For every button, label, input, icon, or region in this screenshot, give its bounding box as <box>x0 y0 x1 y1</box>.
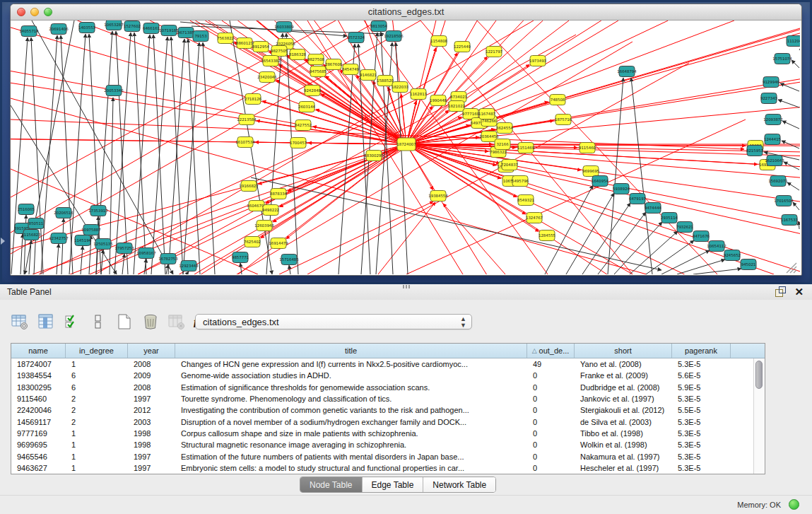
selected-node-1875716[interactable]: 1875716 <box>555 115 572 125</box>
node-2516065[interactable]: 2516065 <box>18 204 35 215</box>
node-9857771[interactable]: 9857771 <box>232 252 249 263</box>
selected-node-1973493[interactable]: 1973493 <box>529 56 546 66</box>
selected-node-9115460[interactable]: 9115460 <box>579 143 596 153</box>
node-17957253[interactable]: 17957253 <box>114 243 134 254</box>
node-15751074[interactable]: 15751074 <box>772 54 792 64</box>
node-20691406[interactable]: 20691406 <box>49 24 69 35</box>
node-8215953[interactable]: 8215953 <box>746 146 763 156</box>
node-9245652[interactable]: 9245652 <box>724 250 741 261</box>
column-header-in_degree[interactable]: in_degree <box>66 344 128 358</box>
table-row[interactable]: 977716911998Corpus callosum shape and si… <box>11 428 765 439</box>
selected-node-1154808[interactable]: 1154808 <box>430 36 448 47</box>
table-row[interactable]: 1938455462009Genome-wide association stu… <box>11 370 765 381</box>
column-header-out_de[interactable]: △out_de... <box>527 344 575 358</box>
node-9227343[interactable]: 9227343 <box>760 93 777 104</box>
node-850511[interactable]: 850511 <box>28 218 44 229</box>
edge[interactable] <box>122 254 124 274</box>
selected-node-1167487[interactable]: 1167487 <box>478 109 495 119</box>
column-header-pagerank[interactable]: pagerank <box>672 344 731 358</box>
selected-node-1324767[interactable]: 1324767 <box>526 213 543 223</box>
new-table-button[interactable] <box>114 314 134 332</box>
node-12505135[interactable]: 12505135 <box>93 239 112 250</box>
selected-edge[interactable] <box>406 144 774 274</box>
node-10653287[interactable]: 10653287 <box>104 21 123 30</box>
table-row[interactable]: 1830029562008Estimation of significance … <box>11 382 765 393</box>
column-chooser-button[interactable] <box>88 314 108 332</box>
node-10654112[interactable]: 10654112 <box>707 241 726 252</box>
node-111204[interactable]: 111204 <box>787 36 800 47</box>
column-header-title[interactable]: title <box>175 344 527 358</box>
selected-node-8549321[interactable]: 8549321 <box>517 195 534 206</box>
edge[interactable] <box>251 177 661 270</box>
selected-node-16914479[interactable]: 16914479 <box>269 238 288 249</box>
node-8471676[interactable]: 8471676 <box>693 231 710 242</box>
selected-node-9827505[interactable]: 9827505 <box>271 46 288 57</box>
selected-edge[interactable] <box>259 144 406 184</box>
window-titlebar[interactable]: citations_edges.txt <box>11 4 801 21</box>
table-row[interactable]: 946554611997Estimation of the future num… <box>11 450 765 462</box>
edge[interactable] <box>780 83 799 91</box>
node-6466161[interactable]: 6466161 <box>143 23 160 34</box>
edge[interactable] <box>677 259 725 274</box>
node-1145194[interactable]: 1145194 <box>74 235 92 246</box>
float-panel-icon[interactable] <box>775 286 786 297</box>
selected-node-8878334[interactable]: 8878334 <box>270 189 288 199</box>
selected-node-1700457[interactable]: 1700457 <box>290 138 307 148</box>
network-canvas[interactable]: 1872400775638228860123891295423226058982… <box>11 21 800 274</box>
node-12342757[interactable]: 12342757 <box>49 233 68 244</box>
node-8813054[interactable]: 8813054 <box>370 21 388 32</box>
table-row[interactable]: 969969511998Structural magnetic resonanc… <box>11 439 765 450</box>
node-9474444[interactable]: 9474444 <box>645 203 662 214</box>
tab-edge-table[interactable]: Edge Table <box>363 477 424 492</box>
selected-edge[interactable] <box>11 21 378 233</box>
selected-node-18300295[interactable]: 18300295 <box>364 151 383 161</box>
selected-node-748508[interactable]: 748508 <box>550 95 565 105</box>
close-panel-icon[interactable]: ✕ <box>794 286 804 297</box>
node-1640954[interactable]: 1640954 <box>592 176 609 187</box>
selected-node-1151469[interactable]: 1151469 <box>517 143 535 153</box>
selected-node-19384554[interactable]: 19384554 <box>428 191 448 201</box>
table-row[interactable]: 2242004622012Investigating the contribut… <box>11 404 765 416</box>
node-1167533[interactable]: 1167533 <box>781 215 798 226</box>
select-all-button[interactable] <box>62 314 82 332</box>
selected-node-9475685[interactable]: 9475685 <box>310 66 326 77</box>
selected-node-3624554[interactable]: 3624554 <box>496 123 514 134</box>
node-10975887[interactable]: 10975887 <box>81 225 100 235</box>
edge[interactable] <box>792 60 799 68</box>
selected-edge[interactable] <box>443 204 505 274</box>
edge[interactable] <box>661 250 710 274</box>
node-6479197[interactable]: 6479197 <box>629 194 646 204</box>
selected-node-2603144[interactable]: 2603144 <box>298 102 316 112</box>
column-header-year[interactable]: year <box>128 344 175 358</box>
edge[interactable] <box>778 100 799 107</box>
node-16033809[interactable]: 16033809 <box>274 22 294 33</box>
edge[interactable] <box>20 234 23 274</box>
selected-node-19166827[interactable]: 19166827 <box>239 181 258 192</box>
network-view-window[interactable]: citations_edges.txt 18724007756382288601… <box>10 4 802 276</box>
node-10719185[interactable]: 10719185 <box>159 25 178 36</box>
selected-node-9146821[interactable]: 9146821 <box>360 70 377 81</box>
tab-network-table[interactable]: Network Table <box>423 477 495 492</box>
table-scrollbar[interactable] <box>753 358 765 474</box>
node-17016504[interactable]: 17016504 <box>774 196 794 206</box>
selected-node-8427552[interactable]: 8427552 <box>295 120 312 131</box>
edge[interactable] <box>396 42 408 274</box>
window-resize-grip[interactable] <box>794 270 796 273</box>
column-header-name[interactable]: name <box>11 344 66 358</box>
selected-node-2718126[interactable]: 2718126 <box>245 94 262 105</box>
selected-node-1821022[interactable]: 1821022 <box>448 101 465 112</box>
selected-edge[interactable] <box>406 144 800 233</box>
node-16648794[interactable]: 16648794 <box>617 66 637 77</box>
edge[interactable] <box>203 42 215 274</box>
node-7932621[interactable]: 7932621 <box>676 222 693 233</box>
edge[interactable] <box>166 264 168 274</box>
edge[interactable] <box>183 42 199 274</box>
node-16210643[interactable]: 16210643 <box>765 156 784 166</box>
node-17353913[interactable]: 17353913 <box>88 206 107 216</box>
selected-edge[interactable] <box>406 144 501 179</box>
edge[interactable] <box>782 121 799 129</box>
node-12923448[interactable]: 12923448 <box>179 261 199 271</box>
selected-node-23420046[interactable]: 23420046 <box>257 72 277 83</box>
table-selector-dropdown[interactable]: citations_edges.txt ▲▼ <box>195 314 472 329</box>
edge[interactable] <box>187 271 189 274</box>
